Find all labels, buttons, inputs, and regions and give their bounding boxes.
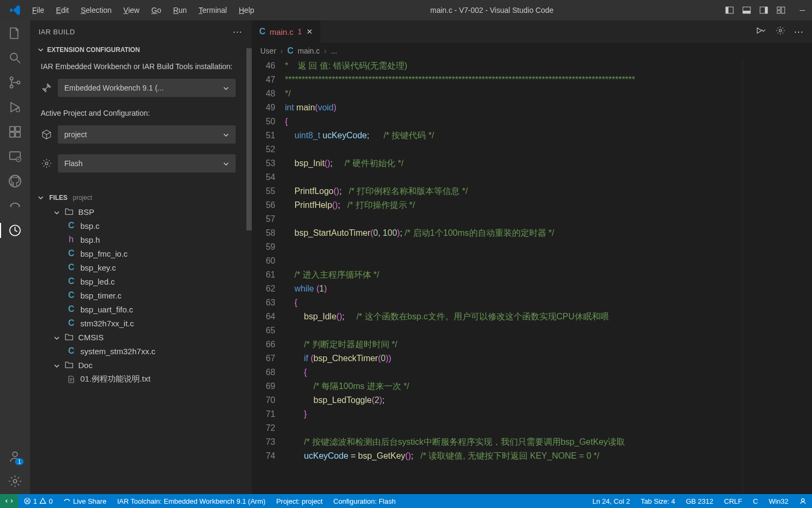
remote-indicator[interactable] xyxy=(0,494,18,508)
layout-customize-icon[interactable] xyxy=(776,5,786,16)
split-editor-icon[interactable] xyxy=(776,26,785,38)
minimap[interactable] xyxy=(742,59,812,494)
eol[interactable]: CRLF xyxy=(719,494,748,508)
file-bsp_uart_fifo.c[interactable]: Cbsp_uart_fifo.c xyxy=(30,302,246,316)
main-menu: FileEditSelectionViewGoRunTerminalHelp xyxy=(27,4,260,17)
explorer-icon[interactable] xyxy=(7,26,22,41)
tree-item-label: bsp_fmc_io.c xyxy=(80,249,127,258)
tree-item-label: CMSIS xyxy=(78,333,104,342)
titlebar: FileEditSelectionViewGoRunTerminalHelp m… xyxy=(0,0,812,20)
tree-item-label: Doc xyxy=(78,361,93,370)
more-actions-icon[interactable]: ⋯ xyxy=(794,26,805,38)
line-gutter: 4647484950515253545556575859606162636465… xyxy=(252,59,285,494)
tab-main-c[interactable]: C main.c 1 ✕ xyxy=(252,20,320,43)
svg-point-14 xyxy=(16,108,19,112)
live-share-button[interactable]: Live Share xyxy=(58,494,111,508)
iar-toolchain-status[interactable]: IAR Toolchain: Embedded Workbench 9.1 (A… xyxy=(112,494,271,508)
github-icon[interactable] xyxy=(7,174,22,189)
remote-explorer-icon[interactable] xyxy=(7,149,22,164)
svg-rect-18 xyxy=(16,126,20,131)
project-status[interactable]: Project: project xyxy=(271,494,328,508)
files-section-header[interactable]: FILES project xyxy=(30,191,246,205)
code-lines[interactable]: * 返 回 值: 错误代码(无需处理)*********************… xyxy=(285,59,742,494)
file-system_stm32h7xx.c[interactable]: Csystem_stm32h7xx.c xyxy=(30,344,246,358)
svg-rect-15 xyxy=(10,126,14,131)
c-file-icon: C xyxy=(66,249,76,258)
accounts-badge: 1 xyxy=(15,458,24,465)
text-file-icon xyxy=(66,375,76,384)
source-control-icon[interactable] xyxy=(7,75,22,90)
sidebar-scrollbar[interactable] xyxy=(246,43,252,494)
layout-panel-right-icon[interactable] xyxy=(758,5,769,16)
sidebar-title: IAR BUILD xyxy=(39,28,75,36)
share-icon[interactable] xyxy=(7,198,22,213)
active-project-label: Active Project and Configuration: xyxy=(41,108,236,119)
menu-view[interactable]: View xyxy=(118,4,145,17)
file-01.例程功能说明.txt[interactable]: 01.例程功能说明.txt xyxy=(30,372,246,386)
activity-bar: 1 xyxy=(0,20,30,494)
feedback-icon[interactable] xyxy=(794,494,812,508)
file-bsp_timer.c[interactable]: Cbsp_timer.c xyxy=(30,288,246,302)
menu-selection[interactable]: Selection xyxy=(76,4,117,17)
folder-cmsis[interactable]: CMSIS xyxy=(30,330,246,344)
language-mode[interactable]: C xyxy=(748,494,763,508)
project-select[interactable]: project xyxy=(58,125,236,144)
run-debug-icon[interactable] xyxy=(7,100,22,115)
c-file-icon: C xyxy=(287,46,294,56)
menu-file[interactable]: File xyxy=(27,4,50,17)
tab-size[interactable]: Tab Size: 4 xyxy=(635,494,680,508)
svg-rect-8 xyxy=(777,11,780,13)
cursor-position[interactable]: Ln 24, Col 2 xyxy=(587,494,635,508)
file-bsp_key.c[interactable]: Cbsp_key.c xyxy=(30,260,246,274)
installation-select[interactable]: Embedded Workbench 9.1 (... xyxy=(58,79,236,97)
menu-go[interactable]: Go xyxy=(146,4,167,17)
more-actions-icon[interactable]: ⋯ xyxy=(232,26,243,38)
window-title: main.c - V7-002 - Visual Studio Code xyxy=(260,6,724,14)
breadcrumb[interactable]: User › C main.c › ... xyxy=(252,43,812,59)
layout-panel-bottom-icon[interactable] xyxy=(741,5,752,16)
run-icon[interactable] xyxy=(756,26,767,37)
file-bsp.c[interactable]: Cbsp.c xyxy=(30,219,246,233)
close-icon[interactable]: ✕ xyxy=(306,27,313,36)
tree-item-label: bsp_uart_fifo.c xyxy=(80,305,133,314)
config-status[interactable]: Configuration: Flash xyxy=(328,494,401,508)
svg-rect-17 xyxy=(16,132,20,137)
svg-point-12 xyxy=(10,85,13,88)
menu-help[interactable]: Help xyxy=(234,4,260,17)
c-file-icon: C xyxy=(66,290,76,300)
file-bsp.h[interactable]: hbsp.h xyxy=(30,233,246,246)
encoding[interactable]: GB 2312 xyxy=(680,494,718,508)
config-select[interactable]: Flash xyxy=(58,154,236,173)
folder-doc[interactable]: Doc xyxy=(30,358,246,372)
layout-panel-left-icon[interactable] xyxy=(724,5,735,16)
iar-build-icon[interactable] xyxy=(7,223,22,238)
c-file-icon: C xyxy=(66,304,76,314)
folder-icon xyxy=(64,332,74,342)
search-icon[interactable] xyxy=(7,50,22,65)
folder-bsp[interactable]: BSP xyxy=(30,205,246,219)
menu-terminal[interactable]: Terminal xyxy=(193,4,232,17)
c-file-icon: C xyxy=(66,263,76,272)
problems-indicator[interactable]: 1 0 xyxy=(18,494,58,508)
chevron-down-icon xyxy=(223,160,229,167)
file-stm32h7xx_it.c[interactable]: Cstm32h7xx_it.c xyxy=(30,316,246,330)
c-file-icon: C xyxy=(66,346,76,356)
file-bsp_led.c[interactable]: Cbsp_led.c xyxy=(30,274,246,288)
platform[interactable]: Win32 xyxy=(763,494,794,508)
svg-point-23 xyxy=(13,452,18,457)
svg-rect-7 xyxy=(781,7,785,13)
c-file-icon: C xyxy=(66,221,76,230)
code-editor[interactable]: 4647484950515253545556575859606162636465… xyxy=(252,59,812,494)
chevron-right-icon: › xyxy=(324,47,327,55)
extensions-icon[interactable] xyxy=(7,124,22,139)
settings-gear-icon[interactable] xyxy=(7,474,22,489)
extension-config-header[interactable]: EXTENSION CONFIGURATION xyxy=(30,43,246,57)
tree-item-label: bsp_led.c xyxy=(80,277,115,286)
svg-rect-5 xyxy=(765,7,768,13)
file-bsp_fmc_io.c[interactable]: Cbsp_fmc_io.c xyxy=(30,246,246,260)
svg-rect-3 xyxy=(743,11,750,13)
menu-edit[interactable]: Edit xyxy=(51,4,74,17)
menu-run[interactable]: Run xyxy=(168,4,192,17)
minimize-icon[interactable]: ─ xyxy=(797,5,808,16)
tools-icon xyxy=(41,82,52,94)
